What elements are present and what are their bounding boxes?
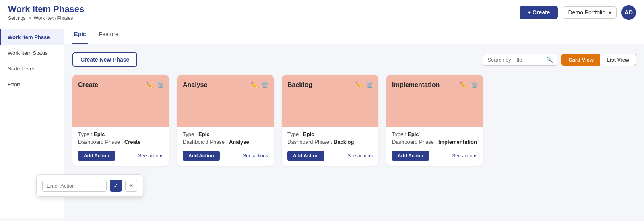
edit-icon-3[interactable]: ✏️ (460, 81, 467, 89)
card-title-row-0: Create ✏️ 🗑️ (72, 78, 169, 90)
card-dashboard-2: Dashboard Phase : Backlog (287, 139, 373, 145)
card-title-row-3: Implementation ✏️ 🗑️ (386, 78, 483, 90)
list-view-button[interactable]: List View (600, 54, 636, 66)
top-bar: Create New Phase 🔍 Card View List View (72, 52, 636, 67)
search-input[interactable] (487, 57, 544, 63)
card-title-row-1: Analyse ✏️ 🗑️ (177, 78, 274, 90)
add-action-button-2[interactable]: Add Action (287, 151, 324, 161)
header: Work Item Phases Settings > Work Item Ph… (0, 0, 644, 25)
sidebar-item-work-item-status[interactable]: Work Item Status (0, 45, 64, 61)
popup-confirm-button[interactable]: ✓ (110, 180, 122, 192)
tab-epic[interactable]: Epic (72, 25, 88, 44)
card-title-row-2: Backlog ✏️ 🗑️ (282, 78, 378, 90)
phase-card-analyse: Analyse ✏️ 🗑️ Type : Epic Dashboard (177, 75, 274, 166)
edit-icon-2[interactable]: ✏️ (355, 81, 363, 89)
phase-card-create: Create ✏️ 🗑️ Type : Epic Dashboard (72, 75, 169, 166)
card-footer-2: Add Action ...See actions (282, 147, 378, 166)
add-action-button-1[interactable]: Add Action (183, 151, 220, 161)
add-action-button-3[interactable]: Add Action (392, 151, 429, 161)
tabs-bar: Epic Feature (64, 25, 644, 44)
app-title: Work Item Phases (8, 4, 84, 14)
card-body-1: Type : Epic Dashboard Phase : Analyse (177, 127, 274, 145)
card-dashboard-0: Dashboard Phase : Create (78, 139, 163, 145)
card-view-button[interactable]: Card View (562, 54, 600, 66)
create-button[interactable]: + Create (520, 6, 558, 19)
card-footer-1: Add Action ...See actions (177, 147, 274, 166)
chevron-down-icon: ▾ (609, 9, 611, 16)
sidebar-item-effort[interactable]: Effort (0, 76, 64, 92)
card-footer-3: Add Action ...See actions (386, 147, 483, 166)
delete-icon-0[interactable]: 🗑️ (157, 81, 164, 89)
breadcrumb-root: Settings (8, 15, 25, 21)
sidebar-item-work-item-phase[interactable]: Work Item Phase (0, 29, 64, 45)
sidebar-item-state-level[interactable]: State Level (0, 61, 64, 76)
delete-icon-1[interactable]: 🗑️ (261, 81, 269, 89)
see-actions-link-2[interactable]: ...See actions (343, 153, 373, 159)
portfolio-dropdown[interactable]: Demo Portfolio ▾ (563, 6, 617, 19)
card-body-3: Type : Epic Dashboard Phase : Implementa… (386, 127, 483, 145)
card-icons-2: ✏️ 🗑️ (355, 81, 374, 89)
header-left: Work Item Phases Settings > Work Item Ph… (8, 4, 84, 21)
search-box: 🔍 (483, 54, 557, 66)
card-title-0: Create (78, 81, 98, 89)
card-color-block-1: Analyse ✏️ 🗑️ (177, 75, 274, 127)
card-icons-3: ✏️ 🗑️ (460, 81, 478, 89)
enter-action-popup: ✓ ✕ (36, 174, 143, 197)
search-icon: 🔍 (546, 56, 553, 63)
edit-icon-0[interactable]: ✏️ (146, 81, 153, 89)
add-action-button-0[interactable]: Add Action (78, 151, 115, 161)
cards-container: Create ✏️ 🗑️ Type : Epic Dashboard (72, 75, 636, 166)
see-actions-link-3[interactable]: ...See actions (448, 153, 477, 159)
breadcrumb-current: Work Item Phases (34, 15, 73, 21)
see-actions-link-0[interactable]: ...See actions (134, 153, 163, 159)
card-color-block-2: Backlog ✏️ 🗑️ (282, 75, 378, 127)
card-type-0: Type : Epic (78, 131, 163, 137)
card-type-2: Type : Epic (287, 131, 373, 137)
phase-card-backlog: Backlog ✏️ 🗑️ Type : Epic Dashboard (282, 75, 378, 166)
see-actions-link-1[interactable]: ...See actions (239, 153, 268, 159)
card-icons-0: ✏️ 🗑️ (146, 81, 164, 89)
edit-icon-1[interactable]: ✏️ (250, 81, 258, 89)
card-dashboard-3: Dashboard Phase : Implementation (392, 139, 477, 145)
card-dashboard-1: Dashboard Phase : Analyse (183, 139, 268, 145)
card-title-2: Backlog (287, 81, 312, 89)
avatar[interactable]: AD (621, 5, 636, 20)
card-body-2: Type : Epic Dashboard Phase : Backlog (282, 127, 378, 145)
card-body-0: Type : Epic Dashboard Phase : Create (72, 127, 169, 145)
portfolio-label: Demo Portfolio (568, 9, 605, 16)
tab-feature[interactable]: Feature (97, 25, 120, 44)
breadcrumb: Settings > Work Item Phases (8, 15, 84, 21)
view-toggle: Card View List View (561, 54, 636, 66)
delete-icon-3[interactable]: 🗑️ (471, 81, 478, 89)
card-type-3: Type : Epic (392, 131, 477, 137)
create-new-phase-button[interactable]: Create New Phase (72, 52, 137, 67)
popup-cancel-button[interactable]: ✕ (125, 180, 137, 192)
content: Epic Feature Create New Phase 🔍 Card Vie… (64, 25, 644, 218)
card-color-block-3: Implementation ✏️ 🗑️ (386, 75, 483, 127)
enter-action-input[interactable] (42, 180, 107, 192)
card-footer-0: Add Action ...See actions (72, 147, 169, 166)
search-view-group: 🔍 Card View List View (483, 54, 636, 66)
card-icons-1: ✏️ 🗑️ (250, 81, 269, 89)
card-title-1: Analyse (183, 81, 207, 89)
inner-content: Create New Phase 🔍 Card View List View (64, 44, 644, 174)
delete-icon-2[interactable]: 🗑️ (366, 81, 374, 89)
card-title-3: Implementation (392, 81, 440, 89)
card-type-1: Type : Epic (183, 131, 268, 137)
header-right: + Create Demo Portfolio ▾ AD (520, 5, 636, 20)
phase-card-implementation: Implementation ✏️ 🗑️ Type : Epic Da (386, 75, 483, 166)
card-color-block-0: Create ✏️ 🗑️ (72, 75, 169, 127)
